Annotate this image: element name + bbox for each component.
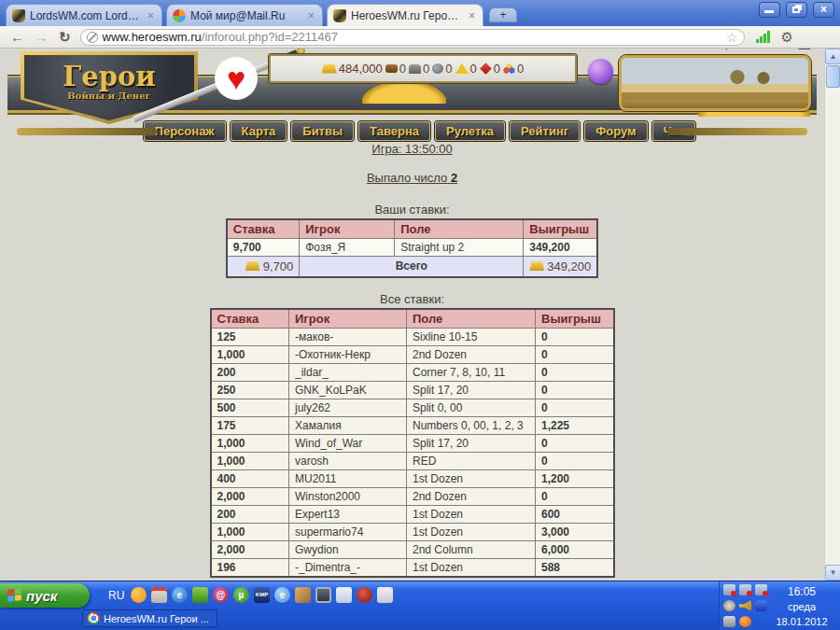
ie-light-icon[interactable]: e: [274, 587, 290, 603]
resource-mercury: 0: [432, 62, 452, 76]
green-app-icon[interactable]: [192, 587, 208, 603]
heroeswm-favicon: [333, 9, 346, 22]
bet-row: 196 -_Dimentra_- 1st Dozen 588: [211, 558, 614, 577]
bet-row: 500 july262 Split 0, 00 0: [211, 399, 614, 416]
resource-ore: 0: [409, 62, 429, 76]
ie-icon[interactable]: e: [172, 587, 188, 603]
your-bets-table: Ставка Игрок Поле Выигрыш 9,700 Фозя_Я S…: [226, 218, 599, 278]
mailru-agent-icon[interactable]: @: [213, 587, 229, 603]
bet-field: 1st Dozen: [407, 558, 536, 577]
tab-close-icon[interactable]: ×: [146, 10, 156, 21]
bet-stake: 500: [211, 399, 289, 416]
tab-lordswm[interactable]: LordsWM.com Lords of War an ×: [6, 4, 162, 26]
media-player-icon[interactable]: [151, 587, 167, 603]
display-icon[interactable]: [315, 587, 331, 603]
bet-row: 175 Хамалия Numbers 0, 00, 1, 2, 3 1,225: [211, 416, 614, 434]
url-text[interactable]: www.heroeswm.ru/inforoul.php?id=2211467: [103, 30, 721, 44]
bet-row: 2,000 Winston2000 2nd Dozen 0: [211, 487, 614, 505]
bet-win: 0: [536, 363, 614, 381]
bet-row: 200 _ildar_ Corner 7, 8, 10, 11 0: [211, 363, 614, 381]
bet-player: Gwydion: [289, 540, 407, 558]
game-time-link[interactable]: Игра: 13:50:00: [371, 142, 452, 156]
settings-wrench-icon[interactable]: ⚙: [781, 29, 793, 46]
bet-player: GNK_KoLPaK: [289, 381, 407, 399]
stats-bars-icon[interactable]: [756, 31, 770, 43]
mana-orb-icon[interactable]: [588, 59, 613, 84]
bet-win: 349,200: [524, 239, 598, 257]
bet-field: Split 0, 00: [407, 399, 536, 416]
avira-icon[interactable]: [131, 587, 147, 603]
health-indicator[interactable]: ♥: [215, 57, 258, 100]
taskbar-window-button[interactable]: HeroesWM.ru Герои ...: [82, 609, 217, 627]
bet-player: MU2011: [289, 469, 407, 487]
clock-time: 16:05: [769, 584, 834, 599]
resource-bar[interactable]: 484,000 0 0 0 0 0 0: [269, 54, 577, 83]
network-offline-icon[interactable]: [739, 584, 751, 595]
bet-field: 1st Dozen: [407, 505, 536, 523]
scroll-up-icon[interactable]: ▲: [825, 49, 840, 64]
bet-win: 3,000: [536, 523, 614, 540]
bet-field: Split 17, 20: [407, 381, 536, 399]
new-tab-button[interactable]: +: [489, 7, 517, 22]
bookmark-star-icon[interactable]: ☆: [726, 30, 738, 45]
bet-field: Corner 7, 8, 10, 11: [407, 363, 536, 381]
scroll-down-icon[interactable]: ▼: [825, 565, 840, 581]
result-link[interactable]: Выпало число 2: [367, 171, 457, 185]
bet-field: 1st Dozen: [407, 469, 536, 487]
start-button[interactable]: пуск: [0, 583, 90, 608]
browser-tab-bar: LordsWM.com Lords of War an × Мой мир@Ma…: [0, 0, 840, 26]
bet-player: Expert13: [289, 505, 407, 523]
tab-close-icon[interactable]: ×: [467, 10, 477, 21]
taskbar: пуск RU e @ µ KMP e HeroesWM.ru Герои ..…: [0, 581, 840, 630]
forward-icon[interactable]: →: [35, 29, 49, 45]
network-offline-icon[interactable]: [723, 584, 735, 595]
col-player: Игрок: [289, 309, 407, 329]
utorrent-icon[interactable]: µ: [233, 587, 249, 603]
network-offline-icon[interactable]: [755, 584, 767, 595]
downloader-icon[interactable]: [357, 587, 372, 603]
help-icon[interactable]: [336, 587, 352, 603]
dialer-icon[interactable]: [723, 600, 735, 611]
bet-player: varosh: [289, 452, 407, 469]
bet-player: Фозя_Я: [300, 239, 395, 257]
back-icon[interactable]: ←: [10, 29, 24, 45]
close-button[interactable]: ×: [813, 2, 834, 18]
mail-icon[interactable]: [798, 49, 811, 49]
vertical-scrollbar[interactable]: ▲ ▼: [824, 49, 840, 581]
page-icon: [87, 32, 98, 43]
language-indicator[interactable]: RU: [108, 589, 124, 602]
minimize-button[interactable]: [759, 2, 780, 18]
sulfur-icon: [455, 63, 469, 74]
winrar-icon[interactable]: [295, 587, 311, 603]
bluetooth-icon[interactable]: [755, 600, 767, 611]
gold-icon: [529, 261, 544, 271]
tab-heroeswm-active[interactable]: HeroesWM.ru Герои войны и ×: [327, 4, 483, 26]
total-row: 9,700 Всего 349,200: [227, 257, 598, 277]
power-icon[interactable]: [723, 616, 735, 627]
tab-title: HeroesWM.ru Герои войны и: [351, 9, 462, 22]
bet-field: Split 17, 20: [407, 434, 536, 452]
resource-crystals: 0: [503, 62, 524, 76]
bet-row: 1,000 -Охотник-Некр 2nd Dozen 0: [211, 345, 614, 363]
clock[interactable]: 16:05 среда 18.01.2012: [769, 584, 834, 629]
tab-mailru[interactable]: Мой мир@Mail.Ru ×: [166, 4, 323, 26]
wood-icon: [385, 64, 398, 73]
tab-close-icon[interactable]: ×: [306, 10, 316, 21]
mailru-favicon: [173, 9, 186, 22]
antivirus-icon[interactable]: [739, 616, 751, 627]
kmplayer-icon[interactable]: KMP: [254, 587, 270, 603]
scrollbar-thumb[interactable]: [826, 65, 840, 88]
bet-field: 1st Dozen: [407, 523, 536, 540]
document-icon[interactable]: [377, 587, 393, 603]
reload-icon[interactable]: ↻: [59, 29, 71, 46]
volume-icon[interactable]: [739, 600, 751, 611]
bet-stake: 250: [211, 381, 289, 399]
bet-win: 0: [536, 381, 614, 399]
address-bar[interactable]: www.heroeswm.ru/inforoul.php?id=2211467 …: [80, 29, 745, 46]
restore-button[interactable]: [786, 2, 807, 18]
your-bet-row: 9,700 Фозя_Я Straight up 2 349,200: [227, 239, 598, 257]
result-number: 2: [451, 171, 457, 185]
crystals-icon: [503, 63, 515, 75]
bet-field: Sixline 10-15: [407, 328, 536, 345]
bet-row: 1,000 varosh RED 0: [211, 452, 614, 469]
